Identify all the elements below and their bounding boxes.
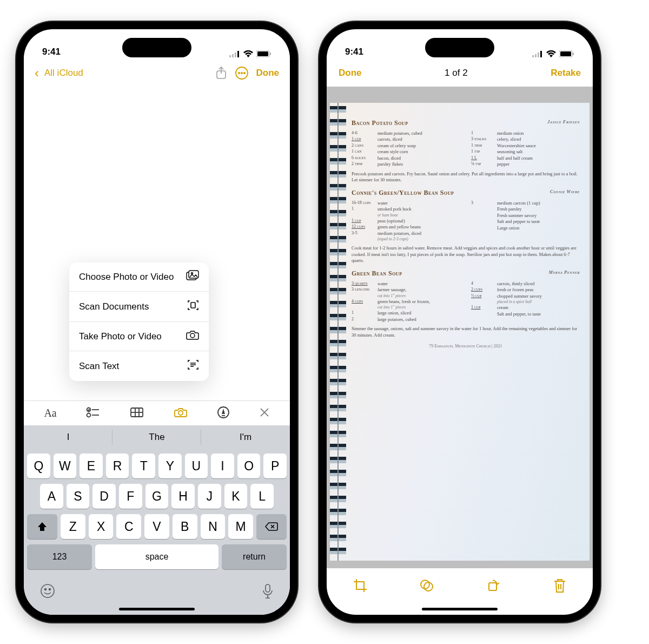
home-indicator[interactable]: [422, 608, 498, 610]
key-b[interactable]: B: [173, 514, 197, 539]
status-time: 9:41: [42, 47, 61, 57]
menu-choose-photo[interactable]: Choose Photo or Video: [69, 262, 209, 292]
filter-icon[interactable]: [419, 578, 434, 595]
key-j[interactable]: J: [198, 484, 221, 509]
camera-tool-icon[interactable]: [174, 406, 188, 420]
svg-rect-36: [532, 55, 534, 57]
battery-icon: [256, 50, 271, 57]
space-key[interactable]: space: [95, 544, 218, 569]
menu-take-photo[interactable]: Take Photo or Video: [69, 322, 209, 351]
svg-rect-1: [232, 54, 234, 57]
scan-text-icon: [187, 359, 199, 373]
recipe: Bacon Potato SoupJanice Friesen4-6medium…: [352, 119, 580, 183]
screen: 9:41 Done 1 of 2 Retake Bacon Potato Sou…: [327, 29, 593, 615]
home-indicator[interactable]: [119, 608, 195, 610]
text-format-icon[interactable]: Aa: [44, 407, 56, 419]
key-k[interactable]: K: [224, 484, 248, 509]
page-footer: 79 Emmanuel Mennonite Church | 2021: [352, 344, 580, 349]
suggestion-1[interactable]: I: [24, 425, 112, 449]
menu-scan-documents[interactable]: Scan Documents: [69, 292, 209, 322]
scanned-page: Bacon Potato SoupJanice Friesen4-6medium…: [330, 103, 590, 561]
dictation-icon[interactable]: [262, 583, 274, 602]
shift-key[interactable]: [27, 514, 57, 539]
svg-point-33: [45, 589, 47, 590]
ingredient-line: 16-18 cupswater: [352, 200, 460, 206]
key-p[interactable]: P: [263, 454, 287, 478]
ellipsis-icon[interactable]: [235, 66, 249, 80]
key-e[interactable]: E: [80, 454, 103, 478]
key-x[interactable]: X: [89, 514, 114, 539]
status-right: [229, 50, 271, 57]
ingredient-line: 12 cupsgreen and yellow beans: [352, 224, 460, 230]
return-key[interactable]: return: [222, 544, 287, 569]
status-time: 9:41: [345, 47, 363, 57]
suggestion-2[interactable]: The: [112, 425, 201, 449]
camera-menu: Choose Photo or Video Scan Documents Tak…: [69, 262, 209, 381]
key-o[interactable]: O: [237, 454, 261, 478]
key-m[interactable]: M: [228, 514, 253, 539]
recipe-byline: Myrna Penner: [548, 270, 580, 275]
table-icon[interactable]: [130, 407, 144, 420]
numbers-key[interactable]: 123: [27, 544, 92, 569]
recipe-title: Connie's Green/Yellow Bean SoupConnie Wi…: [352, 189, 580, 197]
markup-icon[interactable]: [217, 406, 229, 420]
ingredient-line: 2 tbspparsley flakes: [352, 161, 460, 167]
crop-icon[interactable]: [353, 578, 368, 595]
trash-icon[interactable]: [553, 577, 567, 596]
cellular-icon: [229, 51, 240, 57]
key-r[interactable]: R: [106, 454, 129, 478]
done-button[interactable]: Done: [339, 68, 362, 78]
svg-point-10: [241, 73, 242, 74]
key-v[interactable]: V: [144, 514, 169, 539]
scan-viewport[interactable]: Bacon Potato SoupJanice Friesen4-6medium…: [327, 87, 593, 568]
svg-rect-39: [540, 51, 542, 57]
rotate-icon[interactable]: [486, 578, 501, 595]
ingredient-line: 4 cupsgreen beans, fresh or frozen,: [352, 299, 460, 305]
key-i[interactable]: I: [211, 454, 234, 478]
ingredient-line: 2large potatoes, cubed: [352, 317, 460, 323]
key-d[interactable]: D: [92, 484, 116, 509]
key-u[interactable]: U: [185, 454, 208, 478]
key-h[interactable]: H: [171, 484, 195, 509]
key-z[interactable]: Z: [61, 514, 85, 539]
close-keyboard-icon[interactable]: [259, 407, 270, 420]
svg-rect-5: [257, 51, 268, 56]
svg-point-25: [178, 411, 183, 415]
key-l[interactable]: L: [250, 484, 274, 509]
ingredient-line: 3 stalkscelery, sliced: [471, 136, 580, 142]
cellular-icon: [532, 51, 543, 57]
checklist-icon[interactable]: [86, 407, 100, 420]
key-f[interactable]: F: [119, 484, 142, 509]
retake-button[interactable]: Retake: [551, 68, 581, 78]
key-grid: QWERTYUIOP ASDFGHJKL ZXCVBNM 123 space r…: [24, 449, 290, 578]
emoji-icon[interactable]: [40, 583, 55, 602]
battery-icon: [559, 50, 574, 57]
suggestion-3[interactable]: I'm: [201, 425, 290, 449]
key-y[interactable]: Y: [158, 454, 182, 478]
key-q[interactable]: Q: [27, 454, 50, 478]
photos-icon: [186, 270, 199, 284]
svg-rect-38: [538, 52, 539, 57]
done-button[interactable]: Done: [256, 68, 280, 78]
format-toolbar: Aa: [24, 400, 290, 425]
ingredient-line: 3-5medium potatoes, diced: [352, 231, 460, 236]
key-n[interactable]: N: [201, 514, 226, 539]
key-g[interactable]: G: [145, 484, 169, 509]
back-button[interactable]: ‹ All iCloud: [35, 65, 83, 81]
key-w[interactable]: W: [54, 454, 77, 478]
menu-scan-text[interactable]: Scan Text: [69, 351, 209, 381]
key-s[interactable]: S: [67, 484, 90, 509]
svg-point-34: [49, 589, 51, 590]
share-icon[interactable]: [215, 66, 227, 80]
key-a[interactable]: A: [40, 484, 63, 509]
ingredient-line: 1 tbspWorcestershire sauce: [471, 143, 580, 149]
svg-rect-0: [229, 55, 231, 57]
ingredient-line: Salt and pepper, to taste: [471, 311, 580, 317]
svg-rect-42: [573, 52, 574, 55]
key-t[interactable]: T: [132, 454, 155, 478]
suggestion-bar: I The I'm: [24, 425, 290, 449]
dynamic-island: [425, 38, 494, 57]
key-c[interactable]: C: [116, 514, 141, 539]
backspace-key[interactable]: [256, 514, 287, 539]
recipe-instructions: Simmer the sausage, onions, salt and sum…: [352, 326, 580, 338]
